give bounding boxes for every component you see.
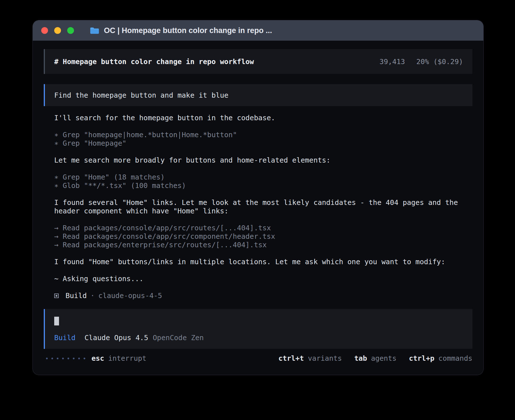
window-titlebar: OC | Homepage button color change in rep…	[33, 20, 483, 41]
user-message: Find the homepage button and make it blu…	[44, 84, 472, 106]
agent-icon	[54, 294, 59, 298]
tool-call-group: ∗ Grep "Home" (18 matches) ∗ Glob "**/*.…	[54, 173, 472, 190]
context-usage: 20% ($0.29)	[416, 58, 463, 66]
assistant-text: I found "Home" buttons/links in multiple…	[54, 258, 472, 266]
status-bar-right: ctrl+t variants tab agents ctrl+p comman…	[278, 354, 472, 362]
session-title: # Homepage button color change in repo w…	[54, 58, 254, 66]
agent-name: Build	[66, 292, 87, 300]
hint-key: ctrl+p	[409, 354, 434, 362]
hint-label: variants	[308, 354, 342, 362]
spinner-dots-icon	[46, 358, 85, 359]
file-read-line: → Read packages/console/app/src/routes/[…	[54, 224, 472, 232]
terminal-window: OC | Homepage button color change in rep…	[33, 20, 483, 375]
tool-call-line: ∗ Grep "Home" (18 matches)	[54, 173, 472, 181]
assistant-text: Let me search more broadly for buttons a…	[54, 156, 472, 165]
folder-icon	[90, 27, 99, 34]
status-bar-left: esc interrupt	[44, 354, 147, 362]
tool-call-group: ∗ Grep "homepage|home.*button|Home.*butt…	[54, 131, 472, 148]
tool-call-line: ∗ Grep "homepage|home.*button|Home.*butt…	[54, 131, 472, 139]
assistant-text: I'll search for the homepage button in t…	[54, 114, 472, 122]
hint-label: agents	[371, 354, 396, 362]
tool-call-line: ∗ Grep "Homepage"	[54, 139, 472, 148]
file-read-line: → Read packages/enterprise/src/routes/[.…	[54, 241, 472, 249]
user-message-text: Find the homepage button and make it blu…	[54, 91, 228, 99]
provider-indicator: OpenCode Zen	[153, 334, 204, 342]
agent-separator: ·	[90, 292, 95, 300]
hint-key: tab	[354, 354, 367, 362]
close-window-button[interactable]	[41, 27, 48, 34]
file-read-line: → Read packages/console/app/src/componen…	[54, 232, 472, 241]
file-read-group: → Read packages/console/app/src/routes/[…	[54, 224, 472, 249]
status-bar: esc interrupt ctrl+t variants tab agents…	[44, 354, 472, 375]
terminal-content: # Homepage button color change in repo w…	[33, 41, 483, 375]
mode-indicator: Build	[54, 334, 75, 342]
agent-chip: Build · claude-opus-4-5	[54, 292, 472, 300]
transcript: I'll search for the homepage button in t…	[44, 114, 472, 300]
hint-commands: ctrl+p commands	[409, 354, 472, 362]
minimize-window-button[interactable]	[54, 27, 61, 34]
token-count: 39,413	[379, 58, 405, 66]
hint-key: ctrl+t	[278, 354, 304, 362]
session-header: # Homepage button color change in repo w…	[44, 49, 472, 74]
hint-label: interrupt	[108, 354, 146, 362]
assistant-text: I found several "Home" links. Let me loo…	[54, 198, 472, 215]
input-footer: Build Claude Opus 4.5 OpenCode Zen	[54, 334, 463, 342]
hint-interrupt: esc interrupt	[91, 354, 147, 362]
traffic-lights	[41, 27, 74, 34]
zoom-window-button[interactable]	[67, 27, 74, 34]
session-stats: 39,413 20% ($0.29)	[379, 58, 463, 66]
hint-agents: tab agents	[354, 354, 396, 362]
hint-variants: ctrl+t variants	[278, 354, 342, 362]
hint-label: commands	[438, 354, 472, 362]
model-indicator: Claude Opus 4.5	[84, 334, 148, 342]
prompt-input[interactable]: Build Claude Opus 4.5 OpenCode Zen	[44, 309, 472, 349]
window-title: OC | Homepage button color change in rep…	[104, 26, 272, 35]
agent-model: claude-opus-4-5	[98, 292, 162, 300]
hint-key: esc	[91, 354, 104, 362]
text-cursor	[54, 317, 59, 325]
tool-call-line: ∗ Glob "**/*.tsx" (100 matches)	[54, 181, 472, 190]
status-line: ~ Asking questions...	[54, 275, 472, 283]
